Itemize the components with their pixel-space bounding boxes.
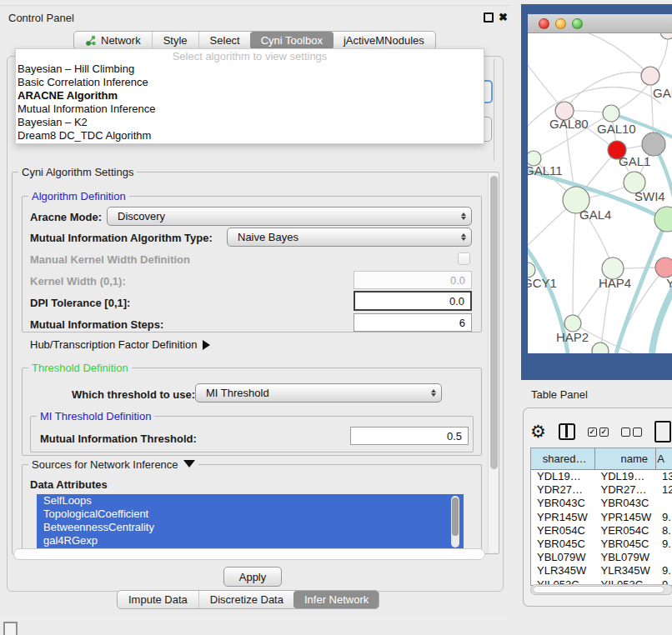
minimize-traffic-light-icon[interactable] xyxy=(555,18,566,29)
network-node-gal10[interactable] xyxy=(603,105,619,122)
network-view-window[interactable]: GALGAL80GAL10GAL1GAL11GAL4SWI4GCY1HAP4YH… xyxy=(521,4,672,380)
mi-steps-field[interactable]: 6 xyxy=(354,313,472,332)
table-row[interactable]: YDR27…YDR27…12 xyxy=(531,483,672,497)
algorithm-option-bayesian-k2[interactable]: Bayesian – K2 xyxy=(16,116,484,129)
network-edge[interactable] xyxy=(528,88,661,133)
node-label-gal1: GAL1 xyxy=(619,154,650,168)
network-graph[interactable]: GALGAL80GAL10GAL1GAL11GAL4SWI4GCY1HAP4YH… xyxy=(528,33,672,353)
document-icon[interactable] xyxy=(654,421,671,442)
attributes-scrollbar[interactable] xyxy=(451,496,459,548)
data-attributes-list[interactable]: SelfLoopsTopologicalCoefficientBetweenne… xyxy=(37,494,464,549)
network-edge[interactable] xyxy=(652,279,672,353)
node-label-gal10: GAL10 xyxy=(597,122,636,136)
table-cell: YDR27… xyxy=(531,483,595,497)
manual-kernel-checkbox[interactable] xyxy=(458,252,470,265)
mi-type-label: Mutual Information Algorithm Type: xyxy=(30,232,213,244)
network-node[interactable] xyxy=(642,132,665,156)
column-header-a[interactable]: A xyxy=(656,448,672,469)
algorithm-option-basic-correlation-inference[interactable]: Basic Correlation Inference xyxy=(16,76,484,89)
attribute-item-betweennesscentrality[interactable]: BetweennessCentrality xyxy=(37,521,464,534)
select-all-columns-icon[interactable]: ✓ ✓ xyxy=(588,428,609,437)
aracne-mode-select[interactable]: Discovery xyxy=(107,207,472,226)
apply-button[interactable]: Apply xyxy=(223,567,282,587)
stepper-icon xyxy=(461,212,466,220)
minimized-panel-icon[interactable] xyxy=(3,622,18,635)
network-node[interactable] xyxy=(592,342,609,353)
columns-icon[interactable] xyxy=(559,423,575,440)
tab-network[interactable]: Network xyxy=(74,32,152,49)
zoom-traffic-light-icon[interactable] xyxy=(572,18,583,29)
threshold-definition-title: Threshold Definition xyxy=(28,362,132,374)
mi-type-select[interactable]: Naive Bayes xyxy=(227,228,472,247)
attributes-scrollbar-thumb[interactable] xyxy=(452,498,459,536)
network-edge[interactable] xyxy=(573,200,576,323)
table-hscrollbar[interactable] xyxy=(530,584,672,595)
close-traffic-light-icon[interactable] xyxy=(539,18,549,29)
mi-threshold-field[interactable]: 0.5 xyxy=(350,427,469,445)
algorithm-placeholder: Select algorithm to view settings xyxy=(16,49,484,62)
table-row[interactable]: YPR145WYPR145W9. xyxy=(531,511,672,524)
settings-scrollbar[interactable] xyxy=(488,173,499,552)
aracne-mode-value: Discovery xyxy=(118,210,461,222)
network-edge[interactable] xyxy=(564,72,650,111)
table-cell: YER054C xyxy=(531,524,595,538)
node-table[interactable]: shared…nameA YDL19…YDL19…13YDR27…YDR27…1… xyxy=(530,448,672,586)
table-row[interactable]: YLR345WYLR345W9. xyxy=(531,564,672,578)
tab-jactivemnodules[interactable]: jActiveMNodules xyxy=(333,32,435,49)
bottom-tabs: Impute DataDiscretize DataInfer Network xyxy=(117,590,379,609)
which-threshold-select[interactable]: MI Threshold xyxy=(195,383,442,402)
settings-hscrollbar[interactable] xyxy=(13,548,485,560)
table-cell: YDL19… xyxy=(531,470,595,483)
kernel-width-field[interactable]: 0.0 xyxy=(354,271,472,289)
table-hscrollbar-thumb[interactable] xyxy=(533,586,664,593)
attribute-item-topologicalcoefficient[interactable]: TopologicalCoefficient xyxy=(37,508,464,521)
network-node-gal[interactable] xyxy=(641,67,659,85)
algorithm-option-dream8-dc-tdc-algorithm[interactable]: Dream8 DC_TDC Algorithm xyxy=(16,129,484,142)
table-panel: ⚙ ✓ ✓ shared…nameA YDL19…YDL19…13YDR27…Y… xyxy=(523,408,672,607)
network-node-hap2[interactable] xyxy=(564,315,581,332)
attribute-item-selfloops[interactable]: SelfLoops xyxy=(37,494,464,508)
sources-group-title[interactable]: Sources for Network Inference xyxy=(28,458,198,471)
network-node-swi4[interactable] xyxy=(654,207,672,232)
table-cell: YPR145W xyxy=(531,511,595,524)
table-cell: 9. xyxy=(656,538,672,551)
dpi-tolerance-label: DPI Tolerance [0,1]: xyxy=(30,297,130,309)
float-window-icon[interactable] xyxy=(484,12,494,22)
network-canvas[interactable]: GALGAL80GAL10GAL1GAL11GAL4SWI4GCY1HAP4YH… xyxy=(528,33,672,353)
table-row[interactable]: YBR045CYBR045C9. xyxy=(531,538,672,551)
tab-impute-data[interactable]: Impute Data xyxy=(118,591,198,608)
table-cell: YLR345W xyxy=(595,564,657,578)
algorithm-items: Bayesian – Hill ClimbingBasic Correlatio… xyxy=(16,62,484,142)
algorithm-option-bayesian-hill-climbing[interactable]: Bayesian – Hill Climbing xyxy=(16,62,484,76)
gear-icon[interactable]: ⚙ xyxy=(530,423,546,440)
column-header-name[interactable]: name xyxy=(595,448,657,469)
settings-scrollbar-thumb[interactable] xyxy=(490,176,498,469)
network-node[interactable] xyxy=(660,33,672,39)
close-icon[interactable]: ✖ xyxy=(499,12,509,22)
deselect-all-columns-icon[interactable] xyxy=(621,428,642,437)
table-cell xyxy=(656,551,672,564)
algorithm-dropdown-list: Select algorithm to view settings Bayesi… xyxy=(15,48,484,144)
attribute-item-gal4rgexp[interactable]: gal4RGexp xyxy=(37,534,464,548)
network-edge[interactable] xyxy=(528,57,564,111)
tab-select[interactable]: Select xyxy=(198,32,251,49)
network-window-titlebar[interactable] xyxy=(528,14,672,33)
algorithm-option-aracne-algorithm[interactable]: ARACNE Algorithm xyxy=(16,89,484,102)
tab-discretize-data[interactable]: Discretize Data xyxy=(198,591,294,608)
network-edge[interactable] xyxy=(569,33,650,76)
table-cell: 12 xyxy=(656,483,672,497)
mi-threshold-definition-title: MI Threshold Definition xyxy=(37,410,154,422)
algorithm-option-mutual-information-inference[interactable]: Mutual Information Inference xyxy=(16,102,484,116)
table-row[interactable]: YBL079WYBL079W xyxy=(531,551,672,564)
hub-section-toggle[interactable]: Hub/Transcription Factor Definition xyxy=(30,338,210,351)
dpi-tolerance-field[interactable]: 0.0 xyxy=(354,291,472,311)
tab-infer-network[interactable]: Infer Network xyxy=(293,591,379,608)
tab-style[interactable]: Style xyxy=(152,32,198,49)
network-node-y[interactable] xyxy=(655,258,672,278)
table-row[interactable]: YBR043CYBR043C xyxy=(531,497,672,510)
table-row[interactable]: YER054CYER054C8. xyxy=(531,524,672,538)
node-label-hap4: HAP4 xyxy=(599,276,631,290)
tab-cyni-toolbox[interactable]: Cyni Toolbox xyxy=(250,32,333,49)
column-header-shared[interactable]: shared… xyxy=(531,448,595,469)
table-row[interactable]: YDL19…YDL19…13 xyxy=(531,470,672,483)
